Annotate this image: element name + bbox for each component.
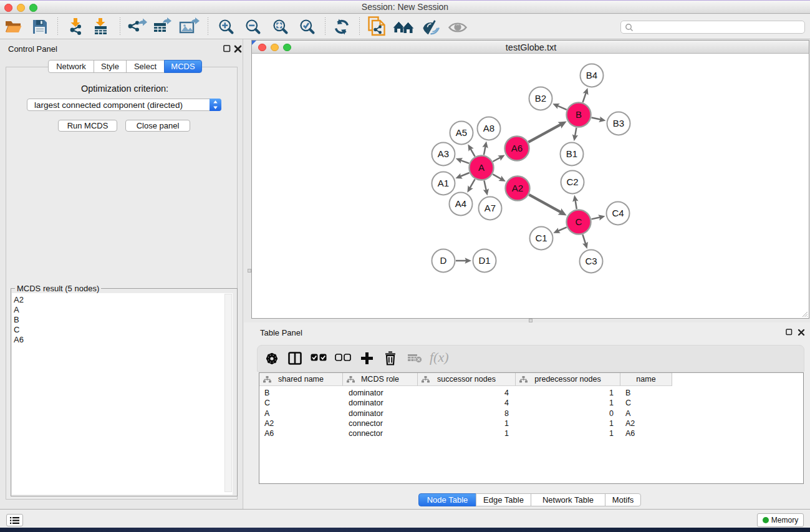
svg-text:B1: B1 — [566, 148, 577, 159]
svg-text:A8: A8 — [483, 123, 494, 133]
svg-text:C1: C1 — [535, 233, 547, 243]
svg-text:A1: A1 — [438, 178, 449, 188]
svg-text:C4: C4 — [612, 208, 624, 218]
svg-text:D1: D1 — [478, 255, 490, 266]
svg-text:B: B — [576, 109, 582, 120]
svg-text:A2: A2 — [512, 183, 523, 193]
svg-text:B2: B2 — [535, 93, 546, 104]
svg-text:A: A — [478, 162, 485, 173]
svg-text:B3: B3 — [613, 118, 624, 128]
svg-text:C3: C3 — [585, 256, 597, 266]
svg-text:B4: B4 — [586, 70, 597, 80]
svg-text:A6: A6 — [511, 143, 523, 153]
svg-text:A5: A5 — [456, 127, 467, 138]
svg-text:C: C — [576, 216, 582, 227]
svg-text:A4: A4 — [455, 198, 466, 209]
svg-text:A3: A3 — [438, 148, 449, 159]
svg-text:C2: C2 — [566, 177, 578, 187]
svg-text:D: D — [440, 255, 447, 266]
svg-text:A7: A7 — [485, 203, 496, 213]
